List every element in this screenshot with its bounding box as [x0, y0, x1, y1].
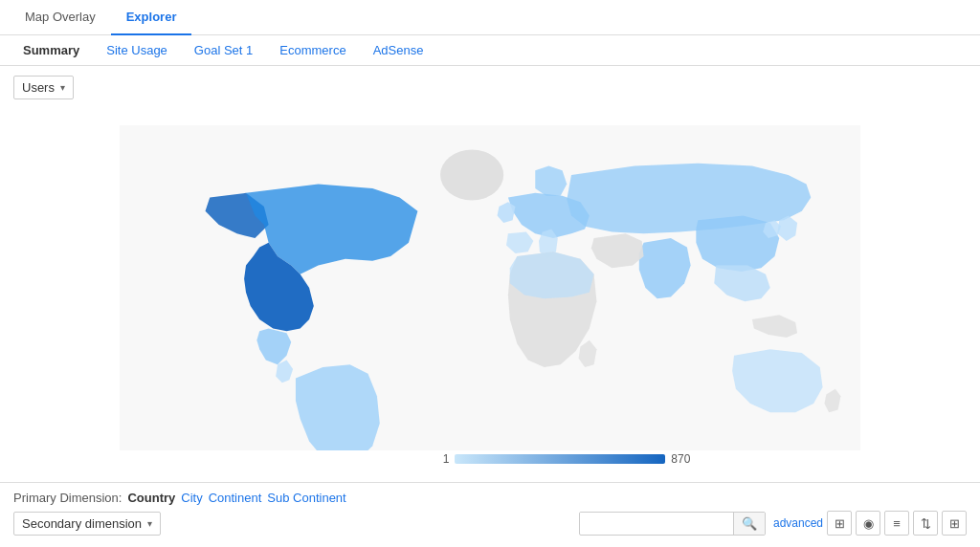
users-dropdown[interactable]: Users ▾ [13, 76, 74, 99]
sort-button[interactable]: ⇅ [913, 511, 938, 536]
bottom-bar: Primary Dimension: Country City Continen… [0, 482, 980, 543]
top-tabs: Map Overlay Explorer [0, 0, 980, 35]
secondary-dimension-label: Secondary dimension [22, 516, 142, 531]
users-label: Users [22, 80, 55, 95]
world-map [98, 125, 882, 450]
pie-chart-button[interactable]: ◉ [856, 511, 880, 536]
list-view-button[interactable]: ≡ [884, 511, 909, 536]
secondary-dropdown-arrow: ▾ [147, 518, 152, 529]
secondary-row: Secondary dimension ▾ 🔍 advanced ⊞ ◉ ≡ ⇅… [13, 511, 967, 536]
primary-dimension-label: Primary Dimension: [13, 491, 122, 505]
tab-map-overlay[interactable]: Map Overlay [10, 0, 111, 35]
primary-dimension-subcontinent[interactable]: Sub Continent [267, 491, 345, 505]
scale-min: 1 [443, 452, 450, 466]
primary-dimension-city[interactable]: City [181, 491, 202, 505]
subtab-adsense[interactable]: AdSense [360, 35, 437, 65]
primary-dimension-continent[interactable]: Continent [209, 491, 262, 505]
map-container: 1 870 [0, 109, 980, 482]
scale-max: 870 [671, 452, 690, 466]
tab-explorer[interactable]: Explorer [111, 0, 192, 35]
search-input[interactable] [580, 513, 733, 534]
subtab-site-usage[interactable]: Site Usage [93, 35, 181, 65]
column-button[interactable]: ⊞ [942, 511, 967, 536]
scale-bar: 1 870 [443, 452, 691, 466]
scale-track [455, 454, 665, 464]
search-box: 🔍 [579, 512, 766, 536]
users-arrow: ▾ [60, 82, 65, 93]
toolbar-right: 🔍 advanced ⊞ ◉ ≡ ⇅ ⊞ [579, 511, 967, 536]
sub-tabs: Summary Site Usage Goal Set 1 Ecommerce … [0, 35, 980, 66]
advanced-link[interactable]: advanced [773, 516, 823, 530]
subtab-goal-set-1[interactable]: Goal Set 1 [181, 35, 266, 65]
subtab-summary[interactable]: Summary [10, 35, 93, 65]
primary-dimension-row: Primary Dimension: Country City Continen… [13, 491, 967, 505]
secondary-dimension-dropdown[interactable]: Secondary dimension ▾ [13, 512, 161, 536]
svg-point-1 [440, 150, 503, 201]
subtab-ecommerce[interactable]: Ecommerce [266, 35, 359, 65]
search-button[interactable]: 🔍 [733, 513, 765, 535]
primary-dimension-active: Country [127, 491, 175, 505]
grid-view-button[interactable]: ⊞ [827, 511, 852, 536]
